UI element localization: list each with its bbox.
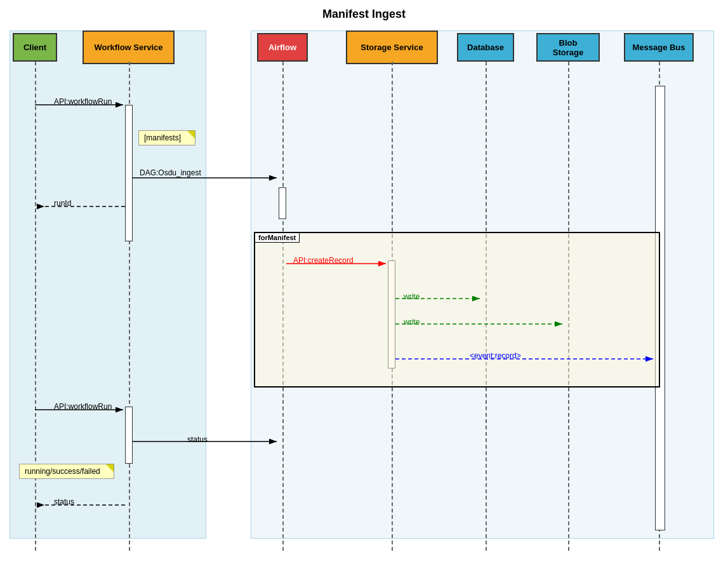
msg-label-7: <event:record>	[470, 351, 521, 360]
msg-label-6: write	[404, 318, 420, 327]
msg-label-8: API:workflowRun	[54, 402, 112, 411]
msg-label-3: runId	[54, 199, 71, 208]
note-status: running/success/failed	[19, 464, 114, 479]
msg-label-2: DAG:Osdu_ingest	[140, 168, 201, 177]
activation-workflow-1	[125, 105, 133, 241]
left-highlight	[10, 30, 206, 539]
actor-client: Client	[13, 33, 57, 62]
actor-blob: Blob Storage	[536, 33, 600, 62]
msg-label-1: API:workflowRun	[54, 97, 112, 106]
actor-database: Database	[457, 33, 514, 62]
diagram-container: Manifest Ingest Client Workflow Service …	[0, 0, 728, 566]
diagram-title: Manifest Ingest	[0, 0, 728, 21]
activation-workflow-2	[125, 407, 133, 464]
activation-airflow-1	[279, 187, 286, 219]
actor-workflow: Workflow Service	[83, 30, 175, 64]
actor-storage: Storage Service	[346, 30, 438, 64]
frame-formanifest: forManifest	[254, 232, 660, 387]
msg-label-9: status	[187, 435, 208, 444]
msg-label-10: status	[54, 497, 74, 506]
msg-label-4: API:createRecord	[293, 256, 354, 265]
actor-msgbus: Message Bus	[624, 33, 694, 62]
frame-label: forManifest	[255, 232, 300, 243]
actor-airflow: Airflow	[257, 33, 308, 62]
msg-label-5: write	[404, 292, 420, 301]
note-manifests: [manifests]	[138, 130, 195, 145]
